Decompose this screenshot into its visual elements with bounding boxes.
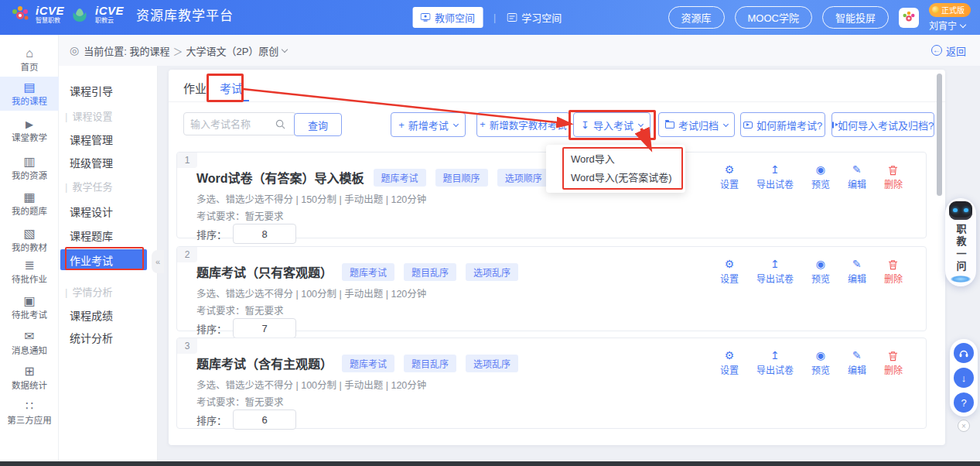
question-bank-icon: ▦ <box>0 190 59 204</box>
preview-button[interactable]: ◉预览 <box>811 258 830 285</box>
dropdown-item-word-import-no-answer[interactable]: Word导入(无答案试卷) <box>546 169 685 187</box>
preview-button[interactable]: ◉预览 <box>811 163 830 190</box>
delete-button[interactable]: 删除 <box>884 163 903 190</box>
exam-meta: 多选、错选少选不得分 | 150分制 | 手动出题 | 120分钟 <box>196 191 426 206</box>
exam-index: 1 <box>177 152 197 168</box>
sort-input[interactable] <box>233 318 296 338</box>
menu-item-course-grades[interactable]: 课程成绩 <box>70 307 113 323</box>
menu-item-homework-exam-active[interactable]: 作业考试 <box>60 249 147 270</box>
assistant-widget[interactable]: 职教一问 <box>945 198 976 286</box>
mooc-button[interactable]: MOOC学院 <box>735 6 812 29</box>
teacher-space-tab[interactable]: 教师空间 <box>412 7 483 28</box>
username[interactable]: 刘宵宁 <box>929 19 965 32</box>
exam-tag: 选项乱序 <box>466 355 518 372</box>
exam-tag: 题库考试 <box>342 263 394 281</box>
tab-exam-active[interactable]: 考试 <box>220 80 243 96</box>
menu-item-statistics-analysis[interactable]: 统计分析 <box>70 330 113 345</box>
edit-button[interactable]: ✎编辑 <box>848 163 866 190</box>
tab-homework[interactable]: 作业 <box>183 80 207 96</box>
gear-icon: ⚙ <box>725 163 735 176</box>
third-party-icon: ∷ <box>0 399 59 413</box>
exam-tag: 选项顺序 <box>497 169 550 187</box>
export-paper-button[interactable]: ↥导出试卷 <box>756 349 794 376</box>
sidebar-item-question-bank[interactable]: ▦我的题库 <box>0 187 59 220</box>
sidebar-item-my-resources[interactable]: ▥我的资源 <box>0 151 59 184</box>
back-button[interactable]: ← 返回 <box>931 43 966 58</box>
learning-space-tab[interactable]: 学习空间 <box>507 10 562 25</box>
import-exam-dropdown: Word导入 Word导入(无答案试卷) <box>546 145 685 193</box>
how-to-import-exam-button[interactable]: 如何导入考试及归档? <box>831 112 934 137</box>
sidebar-item-pending-exams[interactable]: ▣待批考试 <box>0 290 59 324</box>
sidebar-item-classroom-teaching[interactable]: ▶课堂教学 <box>0 115 59 146</box>
add-exam-button[interactable]: +新增考试 <box>391 112 466 137</box>
how-to-add-exam-button[interactable]: 如何新增考试? <box>740 112 825 137</box>
search-icon[interactable] <box>275 119 285 129</box>
eye-icon: ◉ <box>816 258 825 270</box>
exam-requirement: 考试要求：暂无要求 <box>196 394 284 409</box>
menu-item-course-design[interactable]: 课程设计 <box>70 204 113 219</box>
exam-card-3: 3 题库考试（含有主观题） 题库考试 题目乱序 选项乱序 多选、错选少选不得分 … <box>176 338 927 429</box>
sidebar-item-pending-homework[interactable]: ≣待批作业 <box>0 255 59 288</box>
sidebar-item-my-courses[interactable]: ▤我的课程 <box>0 77 59 111</box>
resource-lib-button[interactable]: 资源库 <box>668 6 725 29</box>
icon-rail-sidebar: ⌂首页 ▤我的课程 ▶课堂教学 ▥我的资源 ▦我的题库 ▧我的教材 ≣待批作业 … <box>0 35 59 466</box>
exam-tag: 选项乱序 <box>466 263 518 281</box>
main-content-card: 作业 考试 查询 +新增考试 +新增数字教材考试 ↧导入考试 考试归档 如何新增… <box>169 70 945 445</box>
header-right: 资源库 MOOC学院 智能投屏 正式版 刘宵宁 <box>668 0 971 35</box>
sidebar-item-statistics[interactable]: ⊞数据统计 <box>0 361 59 394</box>
sidebar-item-textbooks[interactable]: ▧我的教材 <box>0 223 59 256</box>
textbook-icon: ▧ <box>0 226 59 241</box>
customer-service-button[interactable] <box>954 343 974 363</box>
scrollbar-thumb[interactable] <box>937 74 942 196</box>
close-floating-button[interactable]: × <box>958 420 970 432</box>
tabs-divider <box>169 101 945 102</box>
space-switcher: 教师空间 | 学习空间 <box>412 0 562 35</box>
dropdown-item-word-import[interactable]: Word导入 <box>546 150 685 169</box>
help-button[interactable]: ? <box>954 392 974 413</box>
sidebar-item-third-party[interactable]: ∷第三方应用 <box>0 396 59 429</box>
top-header: iCVE 智慧职教 iCVE 职教云 资源库教学平台 教师空间 | 学习空间 资… <box>0 0 980 35</box>
sort-label: 排序： <box>196 413 227 427</box>
menu-item-course-question-bank[interactable]: 课程题库 <box>70 228 113 243</box>
exam-search-box[interactable] <box>183 112 296 135</box>
user-info[interactable]: 正式版 刘宵宁 <box>929 3 971 32</box>
export-paper-button[interactable]: ↥导出试卷 <box>756 258 794 285</box>
download-button[interactable]: ↓ <box>954 368 974 388</box>
sidebar-collapse-button[interactable]: « <box>152 250 164 273</box>
archive-exam-button[interactable]: 考试归档 <box>658 112 735 137</box>
smart-cast-button[interactable]: 智能投屏 <box>822 6 889 29</box>
course-chevron-down-icon[interactable] <box>282 46 288 53</box>
sidebar-item-home[interactable]: ⌂首页 <box>0 43 59 76</box>
bottom-window-edge <box>0 461 980 466</box>
question-mark-icon: ? <box>961 397 966 409</box>
sidebar-item-messages[interactable]: ✉消息通知 <box>0 326 59 359</box>
search-input[interactable] <box>190 118 275 130</box>
edit-button[interactable]: ✎编辑 <box>848 258 866 285</box>
settings-button[interactable]: ⚙设置 <box>720 163 739 190</box>
add-digital-exam-button[interactable]: +新增数字教材考试 <box>476 112 570 137</box>
delete-button[interactable]: 删除 <box>884 349 903 376</box>
settings-button[interactable]: ⚙设置 <box>720 349 739 376</box>
sort-input[interactable] <box>233 409 296 430</box>
query-button[interactable]: 查询 <box>294 113 342 136</box>
breadcrumb: 当前位置: 我的课程 <box>84 43 169 58</box>
settings-button[interactable]: ⚙设置 <box>720 258 739 285</box>
exam-index: 3 <box>177 338 197 354</box>
sort-input[interactable] <box>233 224 296 244</box>
delete-button[interactable]: 删除 <box>884 258 903 285</box>
avatar[interactable] <box>899 8 919 28</box>
exam-title: Word试卷（有答案）导入模板 <box>196 168 364 187</box>
menu-item-course-management[interactable]: 课程管理 <box>70 132 113 147</box>
import-exam-button[interactable]: ↧导入考试 <box>573 112 650 137</box>
menu-item-course-guide[interactable]: 课程引导 <box>70 83 113 98</box>
preview-button[interactable]: ◉预览 <box>811 349 830 376</box>
avatar-logo-icon <box>902 11 916 25</box>
menu-item-class-management[interactable]: 班级管理 <box>70 155 113 170</box>
breadcrumb-course[interactable]: 大学语文（2P）原创 <box>186 43 278 58</box>
menu-header-learning-analysis: |学情分析 <box>65 284 112 299</box>
folder-icon <box>665 122 674 128</box>
icve-shell-logo-icon <box>70 5 89 24</box>
edit-button[interactable]: ✎编辑 <box>848 349 866 376</box>
exam-actions: ⚙设置 ↥导出试卷 ◉预览 ✎编辑 删除 <box>720 163 903 190</box>
export-paper-button[interactable]: ↥导出试卷 <box>756 163 794 190</box>
